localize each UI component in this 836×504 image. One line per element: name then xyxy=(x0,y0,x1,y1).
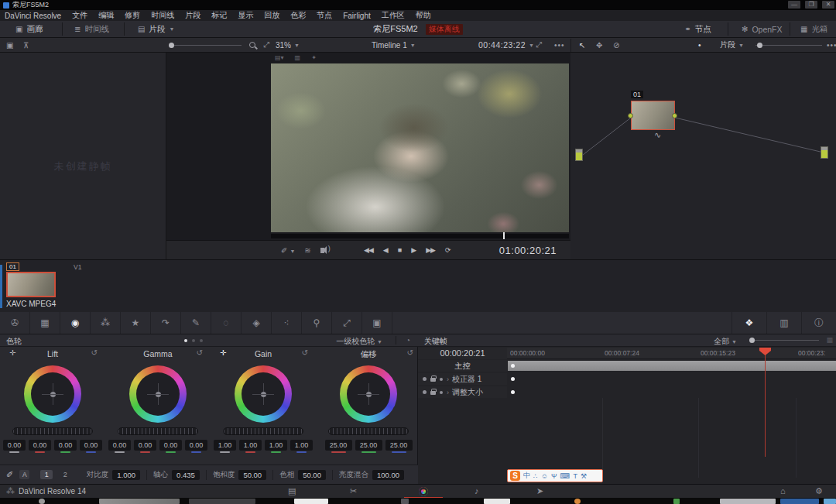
taskbar-item[interactable] xyxy=(39,499,45,504)
corrector-node[interactable] xyxy=(631,101,675,130)
deliver-page-icon[interactable]: ➤ xyxy=(536,486,543,496)
node-zoom-slider[interactable] xyxy=(755,38,822,52)
node-clip-selector[interactable]: 片段 ▼ xyxy=(720,38,744,52)
stereo-3d-icon[interactable]: ▣ xyxy=(362,312,392,334)
offset-value-g[interactable]: 25.00 xyxy=(355,440,382,451)
offset-value-b[interactable]: 25.00 xyxy=(385,440,413,451)
viewer-zoom-select[interactable]: 31% ▼ xyxy=(276,38,300,52)
slider-handle[interactable] xyxy=(749,338,755,343)
taskbar-item[interactable] xyxy=(484,499,510,504)
thumb-size-slider[interactable] xyxy=(169,38,242,52)
gain-value-y[interactable]: 1.00 xyxy=(214,440,236,451)
expand-chevron-icon[interactable]: › xyxy=(447,375,449,383)
menu-nodes[interactable]: 节点 xyxy=(317,10,332,21)
step-back-button[interactable]: ◀ xyxy=(383,246,388,254)
taskbar-item[interactable] xyxy=(294,499,328,504)
lift-value-b[interactable]: 0.00 xyxy=(80,440,102,451)
settings-gear-icon[interactable]: ⚙ xyxy=(815,486,823,496)
ime-chinese-mode-icon[interactable]: 中 xyxy=(523,471,530,481)
slider-handle[interactable] xyxy=(169,43,174,48)
node-input-connector[interactable] xyxy=(575,149,583,161)
saturation-value[interactable]: 50.00 xyxy=(238,470,266,480)
page-dots[interactable] xyxy=(184,339,203,342)
offset-reset-icon[interactable]: ↺ xyxy=(407,348,413,357)
color-picker-icon[interactable]: ✐▼ xyxy=(281,246,295,255)
color-page-icon[interactable] xyxy=(419,487,428,496)
lift-value-y[interactable]: 0.00 xyxy=(3,440,26,451)
stop-button[interactable]: ■ xyxy=(398,246,401,254)
slider-handle[interactable] xyxy=(757,43,762,48)
lift-color-wheel[interactable] xyxy=(24,365,81,423)
track-master-lane[interactable] xyxy=(507,360,836,372)
menu-davinci-resolve[interactable]: DaVinci Resolve xyxy=(5,12,61,20)
keyframes-zoom-slider[interactable] xyxy=(749,340,819,341)
menu-trim[interactable]: 修剪 xyxy=(125,10,140,21)
adjust-page-tab-1[interactable]: 1 xyxy=(40,470,53,479)
menu-color[interactable]: 色彩 xyxy=(290,10,306,21)
enhanced-viewer-icon[interactable]: ✦ xyxy=(311,54,317,61)
camera-raw-icon[interactable]: ✇ xyxy=(0,312,30,334)
offset-color-wheel[interactable] xyxy=(340,365,397,423)
split-view-icon[interactable]: ▥ xyxy=(295,54,301,61)
minimize-button[interactable]: — xyxy=(788,1,800,9)
lum-mix-value[interactable]: 100.00 xyxy=(372,470,404,480)
gallery-button[interactable]: ▣ 画廊 xyxy=(11,21,47,37)
wheels-settings-icon[interactable]: ◔ xyxy=(396,336,410,345)
close-button[interactable]: ✕ xyxy=(822,1,834,9)
color-wheels-icon[interactable]: ◉ xyxy=(60,312,91,334)
color-match-icon[interactable]: ▦ xyxy=(30,312,60,334)
keyframes-panel-icon[interactable]: ❖ xyxy=(732,312,766,334)
expand-chevron-icon[interactable]: › xyxy=(447,389,449,396)
ime-emoji-icon[interactable]: ☺ xyxy=(541,472,548,480)
menu-workspace[interactable]: 工作区 xyxy=(382,10,405,21)
maximize-button[interactable]: ❐ xyxy=(805,1,817,9)
offset-value-r[interactable]: 25.00 xyxy=(325,440,352,451)
ime-punctuation-icon[interactable]: ∴ xyxy=(533,472,538,480)
taskbar-item[interactable] xyxy=(401,499,409,504)
enable-dot-icon[interactable] xyxy=(423,390,427,394)
expand-icon[interactable]: ⤢ xyxy=(263,38,269,52)
gain-value-g[interactable]: 1.00 xyxy=(265,440,287,451)
menu-view[interactable]: 显示 xyxy=(238,10,253,21)
openfx-button[interactable]: ✻ OpenFX xyxy=(737,21,787,37)
menu-mark[interactable]: 标记 xyxy=(211,10,227,21)
play-button[interactable]: ▶ xyxy=(411,246,416,254)
lift-value-g[interactable]: 0.00 xyxy=(54,440,77,451)
wheel-center-dot[interactable] xyxy=(366,392,372,397)
keyframe-dot-icon[interactable] xyxy=(440,378,443,381)
lock-icon[interactable] xyxy=(430,391,436,395)
qualifier-icon[interactable]: ✎ xyxy=(181,312,211,334)
grab-still-icon[interactable]: ⊼ xyxy=(23,38,29,52)
info-icon[interactable]: ⓘ xyxy=(801,312,836,334)
menu-help[interactable]: 帮助 xyxy=(416,10,431,21)
keyframe-dot[interactable] xyxy=(511,377,515,381)
keyframe-ruler[interactable]: 00:00:00:00 00:00:07:24 00:00:15:23 00:0… xyxy=(507,348,836,359)
menu-fairlight[interactable]: Fairlight xyxy=(343,12,371,20)
track-corrector1-lane[interactable] xyxy=(507,373,836,385)
track-master-label[interactable]: 主控 xyxy=(418,360,507,372)
nodes-panel-button[interactable]: ⚭ 节点 xyxy=(680,21,715,37)
adjust-page-tab-2[interactable]: 2 xyxy=(59,470,71,479)
gamma-value-r[interactable]: 0.00 xyxy=(134,440,156,451)
gamma-value-g[interactable]: 0.00 xyxy=(159,440,182,451)
pivot-value[interactable]: 0.435 xyxy=(172,470,200,480)
gain-color-wheel[interactable] xyxy=(235,365,292,423)
rgb-mixer-icon[interactable]: ⁂ xyxy=(91,312,121,334)
loop-button[interactable]: ⟳ xyxy=(445,246,451,254)
clip-thumbnail[interactable] xyxy=(6,272,56,297)
lift-reset-icon[interactable]: ↺ xyxy=(91,348,98,357)
video-frame[interactable] xyxy=(271,63,569,232)
keyframe-dot[interactable] xyxy=(511,390,515,394)
menu-playback[interactable]: 回放 xyxy=(264,10,279,21)
node-output-dot[interactable] xyxy=(672,113,677,118)
lightbox-button[interactable]: ▦ 光箱 xyxy=(796,21,832,37)
motion-effects-icon[interactable]: ★ xyxy=(121,312,151,334)
fairlight-page-icon[interactable]: ♪ xyxy=(475,486,479,495)
track-sizing-label[interactable]: › 调整大小 xyxy=(418,386,507,398)
taskbar-item[interactable] xyxy=(780,499,819,504)
offset-master-wheel[interactable] xyxy=(328,427,409,435)
contrast-value[interactable]: 1.000 xyxy=(112,470,140,480)
gamma-value-y[interactable]: 0.00 xyxy=(108,440,131,451)
pointer-tool-icon[interactable]: ↖ xyxy=(579,38,585,52)
disable-grade-icon[interactable]: ⊘ xyxy=(613,38,619,52)
